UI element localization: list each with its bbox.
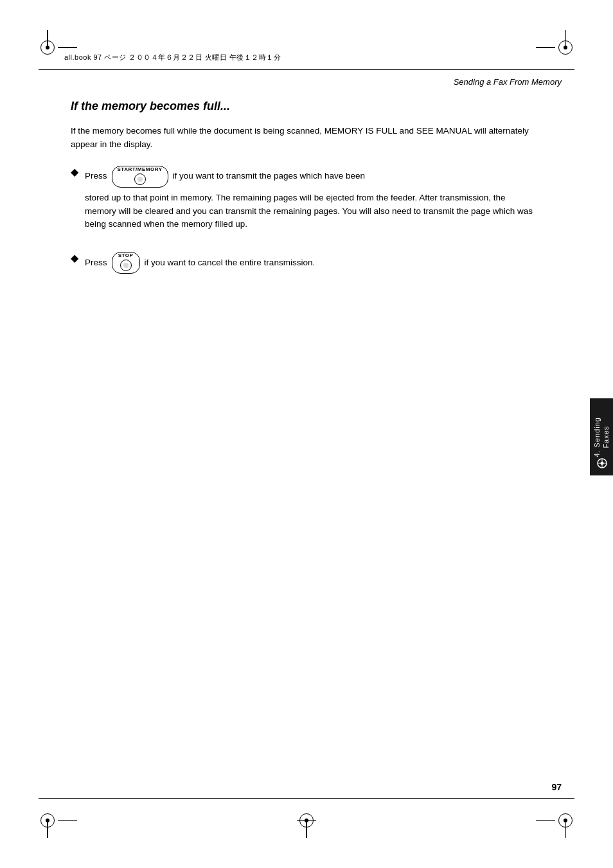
chapter-tab-text: 4. SendingFaxes (592, 417, 611, 457)
stop-button: STOP (112, 252, 140, 274)
crosshair-v-br (565, 819, 567, 838)
page-title: Sending a Fax From Memory (454, 77, 562, 87)
start-memory-button: START/MEMORY (112, 166, 168, 188)
crosshair-v-bl (47, 819, 48, 838)
bullet-content-2: Press STOP if you want to cancel the ent… (85, 252, 315, 274)
crosshair-h-br (536, 820, 555, 822)
bullet-item-2: ◆ Press STOP if you want to cancel the e… (71, 252, 536, 274)
bullet1-after-button: if you want to transmit the pages which … (173, 170, 365, 183)
press-label-2: Press (85, 256, 107, 270)
border-top (39, 69, 574, 70)
bullet-content-1: Press START/MEMORY if you want to transm… (85, 166, 536, 242)
stop-label: STOP (118, 253, 134, 259)
bullet2-after-button: if you want to cancel the entire transmi… (145, 256, 315, 270)
start-memory-circle (134, 173, 146, 185)
border-bottom (39, 798, 574, 799)
main-content: If the memory becomes full... If the mem… (71, 100, 536, 284)
bullet-item-1: ◆ Press START/MEMORY if you want to tran… (71, 166, 536, 242)
stop-circle-inner (123, 263, 129, 268)
intro-text: If the memory becomes full while the doc… (71, 125, 536, 152)
section-title: If the memory becomes full... (71, 100, 536, 113)
crosshair-v-tl (47, 30, 48, 49)
tab-circle-icon (596, 457, 608, 469)
crosshair-h-tr (536, 47, 555, 48)
press-label-1: Press (85, 170, 107, 183)
crosshair-v-bm (306, 819, 307, 838)
bullet-diamond-2: ◆ (71, 252, 78, 264)
header-meta: all.book 97 ページ ２００４年６月２２日 火曜日 午後１２時１分 (64, 53, 281, 62)
page-number: 97 (551, 782, 562, 792)
crosshair-h-tl (58, 47, 77, 48)
chapter-tab: 4. SendingFaxes (590, 398, 613, 475)
crosshair-h-bl (58, 820, 77, 822)
page: all.book 97 ページ ２００４年６月２２日 火曜日 午後１２時１分 S… (0, 0, 613, 868)
bullet-diamond-1: ◆ (71, 166, 78, 178)
bullet1-continuation: stored up to that point in memory. The r… (85, 191, 536, 232)
start-memory-circle-inner (138, 177, 143, 182)
stop-circle (120, 260, 132, 271)
start-memory-label: START/MEMORY (118, 167, 163, 173)
crosshair-v-tr (565, 30, 567, 49)
